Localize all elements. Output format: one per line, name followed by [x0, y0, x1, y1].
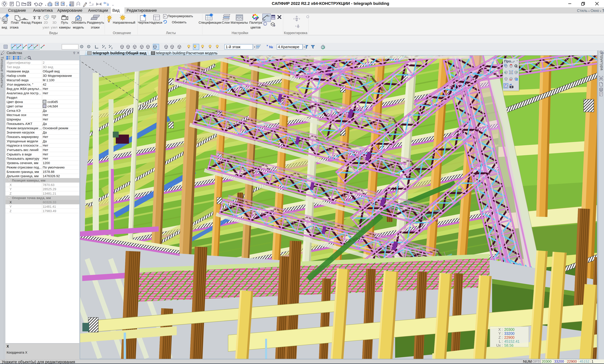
svg-text:EI: EI: [267, 15, 269, 17]
svg-text:45152.41: 45152.41: [504, 339, 519, 343]
svg-text:20300: 20300: [504, 327, 515, 332]
svg-text:22900: 22900: [504, 335, 515, 339]
svg-text:y: y: [111, 47, 113, 49]
svg-text:i: i: [264, 23, 265, 25]
svg-text:M: M: [92, 3, 94, 5]
svg-text:L :: L :: [499, 339, 503, 343]
svg-text:Z :: Z :: [499, 335, 503, 339]
svg-text:Y :: Y :: [498, 331, 503, 336]
svg-text:58.56: 58.56: [504, 343, 514, 347]
svg-text:#: #: [164, 15, 165, 18]
svg-text:№: №: [269, 45, 273, 49]
svg-text:x: x: [105, 47, 106, 49]
svg-text:X :: X :: [498, 327, 503, 332]
svg-text:Ux :: Ux :: [496, 343, 503, 347]
svg-text:A: A: [89, 1, 91, 4]
svg-text:33200: 33200: [504, 331, 515, 336]
